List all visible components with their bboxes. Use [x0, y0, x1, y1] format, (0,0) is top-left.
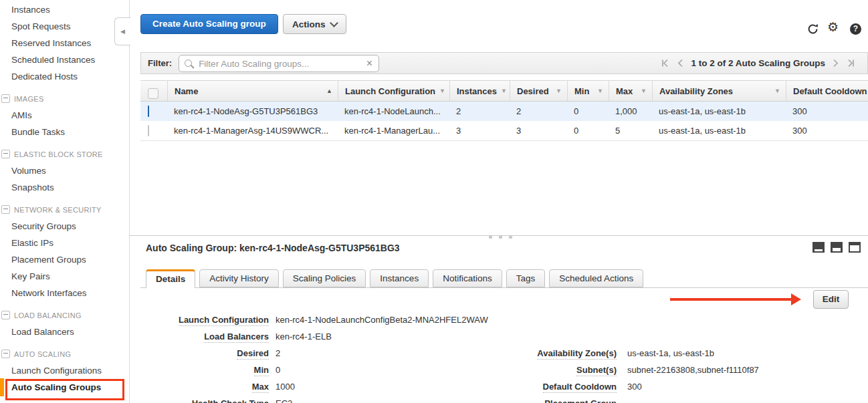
sidebar-divider [129, 0, 130, 403]
edit-button[interactable]: Edit [813, 290, 849, 309]
cell-default-cooldown: 300 [786, 121, 868, 140]
tab-activity-history[interactable]: Activity History [199, 269, 279, 287]
filter-label: Filter: [148, 58, 172, 68]
sidebar-item-reserved-instances[interactable]: Reserved Instances [0, 35, 129, 51]
field-label: Launch Configuration [146, 315, 269, 325]
create-auto-scaling-group-button[interactable]: Create Auto Scaling group [140, 14, 278, 34]
collapse-section-icon[interactable] [1, 205, 10, 214]
column-label: Default Cooldown [793, 86, 867, 96]
column-header-desired[interactable]: Desired▼ [510, 81, 567, 101]
field-value: 1000 [276, 382, 295, 392]
column-label: Launch Configuration [345, 86, 435, 96]
prev-page-icon[interactable] [677, 59, 684, 68]
sort-caret-icon: ▼ [774, 88, 780, 94]
sidebar-section-load-balancing: LOAD BALANCING [0, 307, 129, 323]
pagination: 1 to 2 of 2 Auto Scaling Groups [661, 58, 861, 68]
column-label: Name [175, 86, 198, 96]
collapse-section-icon[interactable] [1, 150, 10, 158]
column-header-launch-configuration[interactable]: Launch Configuration▼ [338, 81, 449, 101]
split-drag-handle[interactable] [489, 235, 512, 239]
column-label: Instances [457, 86, 497, 96]
cell-instances: 3 [449, 121, 510, 140]
last-page-icon[interactable] [846, 59, 855, 68]
row-checkbox-unchecked[interactable] [148, 125, 149, 136]
sidebar-item-key-pairs[interactable]: Key Pairs [0, 268, 129, 285]
collapse-section-icon[interactable] [1, 350, 10, 358]
tab-tags[interactable]: Tags [506, 269, 546, 287]
maximize-top-pane-icon[interactable] [812, 242, 825, 253]
sidebar-item-load-balancers[interactable]: Load Balancers [0, 323, 129, 340]
field-label: Placement Group [468, 398, 617, 403]
sort-caret-icon: ▼ [439, 88, 445, 94]
table-row[interactable]: ken-rc4-1-ManagerAsg-14US9WWCR... ken-rc… [140, 121, 868, 141]
column-header-min[interactable]: Min▼ [567, 81, 609, 101]
field-label: Health Check Type [146, 398, 269, 403]
column-label: Min [574, 86, 589, 96]
section-label: IMAGES [14, 95, 44, 103]
cell-launch-configuration: ken-rc4-1-NodeLaunch... [338, 102, 449, 121]
sidebar-item-security-groups[interactable]: Security Groups [0, 218, 129, 235]
tab-scaling-policies[interactable]: Scaling Policies [283, 269, 366, 287]
column-header-availability-zones[interactable]: Availability Zones▼ [652, 81, 786, 101]
next-page-icon[interactable] [832, 59, 839, 68]
table-row[interactable]: ken-rc4-1-NodeAsg-G5TU3P561BG3 ken-rc4-1… [140, 102, 868, 122]
sidebar-item-bundle-tasks[interactable]: Bundle Tasks [0, 124, 129, 140]
filter-search-box: × [179, 55, 379, 72]
sidebar-item-volumes[interactable]: Volumes [0, 162, 129, 179]
sidebar-item-instances[interactable]: Instances [0, 1, 129, 18]
column-header-max[interactable]: Max▼ [609, 81, 652, 101]
sidebar-item-snapshots[interactable]: Snapshots [0, 179, 129, 196]
sort-caret-icon: ▼ [501, 88, 507, 94]
sidebar-item-elastic-ips[interactable]: Elastic IPs [0, 235, 129, 251]
details-tabs: Details Activity History Scaling Policie… [146, 269, 643, 288]
details-panel-title: Auto Scaling Group: ken-rc4-1-NodeAsg-G5… [146, 243, 400, 253]
first-page-icon[interactable] [661, 59, 670, 68]
refresh-icon[interactable] [806, 23, 819, 35]
sidebar-section-images: IMAGES [0, 90, 129, 107]
sidebar-item-placement-groups[interactable]: Placement Groups [0, 251, 129, 268]
field-value: us-east-1a, us-east-1b [627, 348, 714, 358]
filter-bar: Filter: × 1 to 2 of 2 Auto Scaling Group… [140, 52, 868, 74]
sidebar-item-launch-configurations[interactable]: Launch Configurations [0, 362, 129, 379]
sidebar-item-auto-scaling-groups[interactable]: Auto Scaling Groups [5, 379, 124, 400]
sidebar-item-spot-requests[interactable]: Spot Requests [0, 18, 129, 35]
cell-launch-configuration: ken-rc4-1-ManagerLau... [338, 121, 449, 140]
actions-dropdown-button[interactable]: Actions [283, 14, 346, 34]
sort-caret-icon: ▼ [641, 88, 647, 94]
select-all-checkbox[interactable] [140, 81, 167, 101]
cell-availability-zones: us-east-1a, us-east-1b [652, 121, 786, 140]
annotation-red-arrow-head [791, 293, 801, 305]
tab-instances[interactable]: Instances [370, 269, 429, 287]
field-label: Max [146, 382, 269, 392]
tab-notifications[interactable]: Notifications [433, 269, 502, 287]
gear-icon[interactable]: ⚙ [827, 21, 839, 33]
cell-max: 1,000 [609, 102, 652, 121]
help-icon[interactable]: ? [850, 23, 861, 35]
field-value: 2 [276, 348, 280, 358]
cell-name: ken-rc4-1-ManagerAsg-14US9WWCR... [167, 121, 338, 140]
collapse-section-icon[interactable] [1, 311, 10, 319]
details-fields-left: Launch Configurationken-rc4-1-NodeLaunch… [146, 311, 488, 403]
clear-filter-icon[interactable]: × [366, 57, 372, 70]
cell-min: 0 [567, 121, 609, 140]
filter-input[interactable] [197, 57, 363, 72]
column-header-name[interactable]: Name▲ [167, 81, 338, 101]
column-header-default-cooldown[interactable]: Default Cooldown [786, 81, 868, 101]
collapse-section-icon[interactable] [1, 94, 10, 103]
split-pane-icon[interactable] [831, 242, 843, 253]
sidebar-item-amis[interactable]: AMIs [0, 107, 129, 124]
sort-caret-icon: ▼ [597, 88, 603, 94]
sidebar-item-network-interfaces[interactable]: Network Interfaces [0, 285, 129, 301]
sidebar-item-scheduled-instances[interactable]: Scheduled Instances [0, 51, 129, 68]
sidebar-item-dedicated-hosts[interactable]: Dedicated Hosts [0, 68, 129, 85]
checkbox-icon[interactable] [148, 88, 158, 99]
row-checkbox-checked[interactable] [148, 106, 149, 117]
pane-layout-controls [812, 242, 861, 253]
tab-scheduled-actions[interactable]: Scheduled Actions [549, 269, 643, 287]
maximize-bottom-pane-icon[interactable] [849, 242, 861, 253]
chevron-down-icon [330, 19, 338, 27]
column-header-instances[interactable]: Instances▼ [449, 81, 510, 101]
column-label: Availability Zones [659, 86, 733, 96]
tab-details[interactable]: Details [146, 269, 195, 288]
sidebar-collapse-button[interactable]: ◀ [114, 17, 130, 45]
